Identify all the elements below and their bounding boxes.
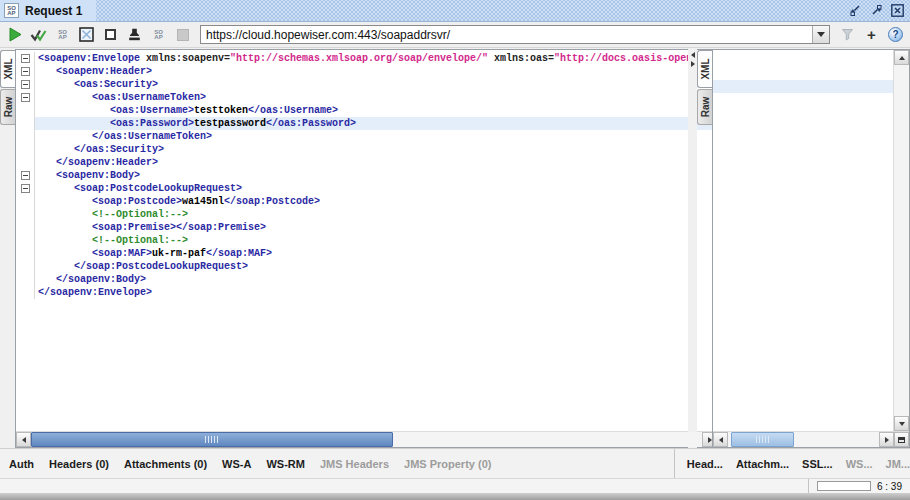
hscroll-thumb[interactable]: [731, 432, 794, 447]
close-icon[interactable]: [890, 3, 905, 18]
request-bottom-tabs: AuthHeaders (0)Attachments (0)WS-AWS-RMJ…: [0, 458, 674, 470]
gutter: [16, 208, 35, 221]
view-tab-label: Raw: [3, 97, 14, 118]
titlebar-left: SOAP Request 1: [0, 0, 96, 21]
response-xml-content[interactable]: [713, 50, 893, 431]
xml-line[interactable]: <soapenv:Envelope xmlns:soapenv="http://…: [16, 52, 716, 65]
collapse-right-icon[interactable]: [691, 61, 695, 67]
xml-line[interactable]: </soapenv:Body>: [16, 273, 716, 286]
tear-off-icon: [839, 26, 856, 43]
xml-line[interactable]: </oas:UsernameToken>: [16, 130, 716, 143]
bottom-tab-attachm[interactable]: Attachm...: [736, 458, 789, 470]
xml-line[interactable]: <oas:Security>: [16, 78, 716, 91]
scroll-right-icon[interactable]: [879, 432, 894, 447]
view-tab-label: XML: [700, 58, 711, 79]
caret-position: 6 : 39: [877, 481, 902, 492]
xml-code: <soapenv:Envelope xmlns:soapenv="http://…: [35, 52, 716, 65]
bottom-tab-ws-a[interactable]: WS-A: [222, 458, 251, 470]
gutter: [16, 117, 35, 130]
endpoint-combo[interactable]: https://cloud.hopewiser.com:443/soapaddr…: [200, 25, 830, 44]
xml-code: <soapenv:Body>: [35, 169, 716, 182]
fold-collapse-icon[interactable]: [21, 93, 30, 102]
bottom-tab-ssl[interactable]: SSL...: [802, 458, 833, 470]
gutter: [16, 143, 35, 156]
xml-code: <oas:UsernameToken>: [35, 91, 716, 104]
xml-line[interactable]: <soap:Postcode>wa145nl</soap:Postcode>: [16, 195, 716, 208]
xml-code: </oas:UsernameToken>: [35, 130, 716, 143]
collapse-left-icon[interactable]: [691, 52, 695, 58]
gutter: [16, 260, 35, 273]
minimize-icon[interactable]: [848, 3, 863, 18]
response-hscrollbar[interactable]: [713, 431, 909, 447]
scroll-left-icon[interactable]: [16, 432, 31, 447]
gutter: [16, 156, 35, 169]
hscroll-thumb[interactable]: [31, 432, 393, 447]
window-controls: [848, 3, 910, 18]
xml-line[interactable]: <soap:Premise></soap:Premise>: [16, 221, 716, 234]
query-match-icon[interactable]: [78, 26, 95, 43]
xml-line[interactable]: <!--Optional:-->: [16, 208, 716, 221]
request-xml-content[interactable]: <soapenv:Envelope xmlns:soapenv="http://…: [16, 50, 716, 431]
xml-line[interactable]: </oas:Security>: [16, 143, 716, 156]
request-hscrollbar[interactable]: [16, 431, 732, 447]
xml-code: <soap:Postcode>wa145nl</soap:Postcode>: [35, 195, 716, 208]
xml-line[interactable]: </soapenv:Header>: [16, 156, 716, 169]
endpoint-dropdown-icon[interactable]: [812, 26, 829, 43]
request-panel: XMLRaw <soapenv:Envelope xmlns:soapenv="…: [0, 49, 688, 448]
request-toolbar: SOAP SOAP https://cloud.hopewiser.com:44…: [0, 22, 910, 48]
xml-line[interactable]: <soap:MAF>uk-rm-paf</soap:MAF>: [16, 247, 716, 260]
xml-line[interactable]: <oas:Password>testpassword</oas:Password…: [16, 117, 716, 130]
view-tab-raw[interactable]: Raw: [0, 89, 15, 125]
xml-line[interactable]: <soapenv:Body>: [16, 169, 716, 182]
fold-collapse-icon[interactable]: [21, 80, 30, 89]
window-bottom-edge: [0, 493, 910, 500]
bottom-tab-headers-0[interactable]: Headers (0): [49, 458, 109, 470]
xml-line[interactable]: <soap:PostcodeLookupRequest>: [16, 182, 716, 195]
recreate-soap-request-icon[interactable]: SOAP: [54, 26, 71, 43]
bottom-tab-head[interactable]: Head...: [687, 458, 723, 470]
xml-code: <soap:Premise></soap:Premise>: [35, 221, 716, 234]
disabled-action-icon: [174, 26, 191, 43]
add-to-testcase-icon[interactable]: [30, 26, 47, 43]
stamp-icon[interactable]: [126, 26, 143, 43]
soap-action-icon[interactable]: SOAP: [150, 26, 167, 43]
maximize-icon[interactable]: [869, 3, 884, 18]
view-tab-xml[interactable]: XML: [697, 50, 712, 88]
status-right: 6 : 39: [808, 479, 910, 493]
xml-code: <oas:Password>testpassword</oas:Password…: [35, 117, 716, 130]
gutter: [16, 195, 35, 208]
gutter: [16, 52, 35, 65]
bottom-tab-ws-rm[interactable]: WS-RM: [266, 458, 305, 470]
view-tab-xml[interactable]: XML: [0, 50, 15, 88]
submit-request-icon[interactable]: [6, 26, 23, 43]
xml-line[interactable]: <!--Optional:-->: [16, 234, 716, 247]
add-new-icon[interactable]: +: [863, 26, 880, 43]
status-bar: 6 : 39: [0, 478, 910, 493]
fold-collapse-icon[interactable]: [21, 171, 30, 180]
scroll-down-icon[interactable]: [894, 416, 909, 431]
fold-collapse-icon[interactable]: [21, 67, 30, 76]
xml-line[interactable]: </soapenv:Envelope>: [16, 286, 716, 299]
scroll-left-icon[interactable]: [713, 432, 728, 447]
view-tab-raw[interactable]: Raw: [697, 89, 712, 125]
split-divider[interactable]: [688, 49, 697, 448]
xml-line[interactable]: <oas:UsernameToken>: [16, 91, 716, 104]
create-empty-icon[interactable]: [102, 26, 119, 43]
xml-line[interactable]: <oas:Username>testtoken</oas:Username>: [16, 104, 716, 117]
xml-code: </oas:Security>: [35, 143, 716, 156]
bottom-tab-auth[interactable]: Auth: [9, 458, 34, 470]
fold-collapse-icon[interactable]: [21, 54, 30, 63]
gutter: [16, 273, 35, 286]
editor-corner-button[interactable]: [894, 432, 909, 447]
xml-line[interactable]: </soap:PostcodeLookupRequest>: [16, 260, 716, 273]
fold-collapse-icon[interactable]: [21, 184, 30, 193]
help-icon[interactable]: ?: [887, 26, 904, 43]
scroll-up-icon[interactable]: [894, 50, 909, 65]
bottom-tab-attachments-0[interactable]: Attachments (0): [124, 458, 207, 470]
endpoint-url[interactable]: https://cloud.hopewiser.com:443/soapaddr…: [201, 28, 812, 42]
progress-indicator: [817, 481, 871, 491]
bottom-tab-jm: JM...: [886, 458, 910, 470]
response-vscrollbar[interactable]: [893, 50, 909, 431]
xml-line[interactable]: <soapenv:Header>: [16, 65, 716, 78]
soapui-request-window: SOAP Request 1 SOAP: [0, 0, 910, 500]
